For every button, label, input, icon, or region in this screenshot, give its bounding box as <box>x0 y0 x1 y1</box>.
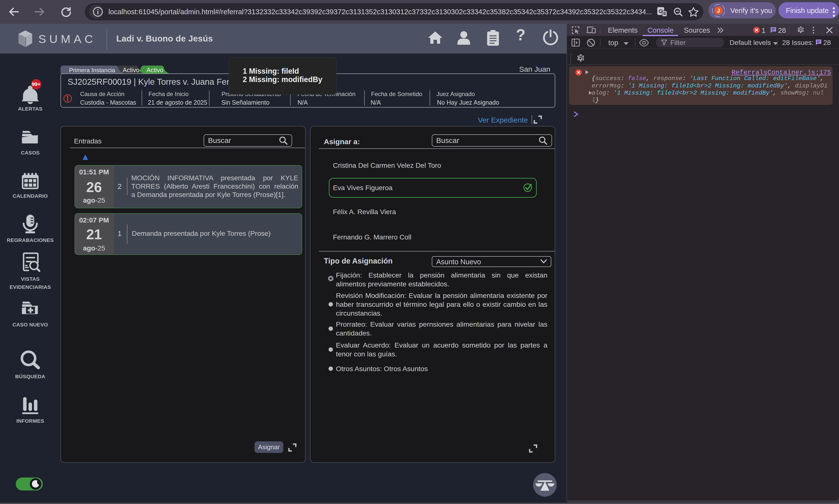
svg-text:J: J <box>717 7 720 14</box>
